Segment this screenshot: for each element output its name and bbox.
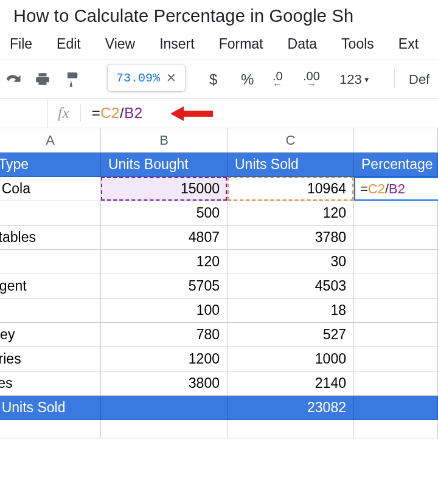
table-row: getables 4807 3780 xyxy=(0,226,438,250)
header-units-bought[interactable]: Units Bought xyxy=(101,153,228,177)
decrease-decimal-button[interactable]: .0 ← xyxy=(273,71,283,89)
table-row: sues 3800 2140 xyxy=(0,371,438,396)
cell[interactable]: 527 xyxy=(228,323,354,347)
cell-c2[interactable]: 10964 xyxy=(228,177,354,201)
paint-format-icon[interactable] xyxy=(63,71,80,88)
cell[interactable] xyxy=(0,420,101,438)
active-cell-editor[interactable]: =C2/B2 xyxy=(354,177,438,201)
col-header-c[interactable]: C xyxy=(228,128,354,152)
print-icon[interactable] xyxy=(34,72,51,88)
cell[interactable] xyxy=(354,226,438,250)
formula-token-ref1: C2 xyxy=(100,105,120,121)
total-units-sold[interactable]: 23082 xyxy=(228,396,354,420)
menu-tools[interactable]: Tools xyxy=(339,35,377,54)
cell[interactable]: 3800 xyxy=(101,371,228,396)
toolbar-separator xyxy=(394,69,395,88)
cell[interactable] xyxy=(354,323,438,347)
formula-preview-value: 73.09% xyxy=(116,71,160,85)
menu-insert[interactable]: Insert xyxy=(157,35,197,54)
table-row: iskey 780 527 xyxy=(0,323,438,347)
formula-token-eq: = xyxy=(92,105,101,121)
font-dropdown[interactable]: Def xyxy=(409,72,429,88)
cell-b2[interactable]: 15000 xyxy=(101,177,228,201)
header-units-sold[interactable]: Units Sold xyxy=(228,153,354,177)
more-formats-button[interactable]: 123 ▼ xyxy=(339,72,370,88)
menu-view[interactable]: View xyxy=(103,35,137,54)
toolbar: 73.09% ✕ $ % .0 ← .00 → 123 ▼ Def xyxy=(0,60,438,98)
menu-edit[interactable]: Edit xyxy=(54,35,83,54)
cell[interactable]: getables xyxy=(0,226,101,250)
menu-format[interactable]: Format xyxy=(217,35,266,54)
cell[interactable]: 780 xyxy=(101,323,228,347)
cell[interactable]: ts xyxy=(0,299,101,323)
cell[interactable]: sues xyxy=(0,371,101,396)
formula-token-ref2: B2 xyxy=(124,105,142,121)
cell[interactable]: 2140 xyxy=(228,371,354,396)
cell[interactable]: 100 xyxy=(101,299,228,323)
table-row xyxy=(0,420,438,444)
total-label[interactable]: tal Units Sold xyxy=(0,396,101,420)
menu-file[interactable]: File xyxy=(7,35,35,54)
cell[interactable]: 120 xyxy=(228,201,354,226)
formula-token-ref2: B2 xyxy=(389,181,405,197)
cell[interactable]: 3780 xyxy=(228,226,354,250)
cell[interactable]: gs xyxy=(0,250,101,274)
arrow-right-icon: → xyxy=(307,81,316,89)
cell[interactable] xyxy=(354,420,438,438)
menu-ext[interactable]: Ext xyxy=(396,35,421,54)
cell[interactable] xyxy=(354,274,438,299)
cell[interactable] xyxy=(354,299,438,323)
close-icon[interactable]: ✕ xyxy=(166,71,176,85)
cell[interactable]: 500 xyxy=(101,201,228,226)
total-row: tal Units Sold 23082 xyxy=(0,396,438,420)
menu-data[interactable]: Data xyxy=(285,35,320,54)
cell-d2-active[interactable]: =C2/B2 xyxy=(354,177,438,201)
col-header-a[interactable]: A xyxy=(0,128,101,152)
increase-decimal-button[interactable]: .00 → xyxy=(303,71,320,89)
table-row: gs 500 120 xyxy=(0,201,438,226)
cell[interactable]: 5705 xyxy=(101,274,228,299)
menubar: File Edit View Insert Format Data Tools … xyxy=(0,30,438,60)
table-row: tergent 5705 4503 xyxy=(0,274,438,299)
cell[interactable]: 18 xyxy=(228,299,354,323)
annotation-arrow-icon xyxy=(170,104,213,126)
percent-format-button[interactable]: % xyxy=(241,71,254,88)
page-title: How to Calculate Percentage in Google Sh xyxy=(0,0,438,30)
cell[interactable] xyxy=(228,420,354,438)
cell[interactable]: ca Cola xyxy=(0,177,101,201)
spreadsheet-grid[interactable]: A B C m Type Units Bought Units Sold Per… xyxy=(0,128,438,444)
header-percentage[interactable]: Percentage xyxy=(354,153,438,177)
col-header-b[interactable]: B xyxy=(101,128,228,152)
cell[interactable]: tergent xyxy=(0,274,101,299)
cell[interactable]: 120 xyxy=(101,250,228,274)
more-formats-label: 123 xyxy=(339,72,362,88)
cell[interactable]: iskey xyxy=(0,323,101,347)
cell[interactable] xyxy=(354,201,438,226)
header-item-type[interactable]: m Type xyxy=(0,153,101,177)
formula-input[interactable]: =C2/B2 xyxy=(92,105,143,122)
svg-marker-0 xyxy=(170,106,213,121)
col-header-d[interactable] xyxy=(354,128,438,152)
separator xyxy=(80,105,81,122)
table-row: ca Cola 15000 10964 =C2/B2 xyxy=(0,177,438,201)
cell[interactable] xyxy=(354,371,438,396)
cell[interactable] xyxy=(354,250,438,274)
cell[interactable]: gs xyxy=(0,201,101,226)
redo-icon[interactable] xyxy=(4,72,22,87)
total-b[interactable] xyxy=(101,396,228,420)
caret-down-icon: ▼ xyxy=(363,75,370,84)
cell[interactable] xyxy=(101,420,228,438)
fx-label: fx xyxy=(58,104,69,122)
formula-preview-bubble: 73.09% ✕ xyxy=(107,64,186,92)
cell[interactable]: 4807 xyxy=(101,226,228,250)
cell[interactable] xyxy=(354,396,438,420)
cell[interactable]: 30 xyxy=(228,250,354,274)
column-headers: A B C xyxy=(0,128,438,153)
cell[interactable]: tteries xyxy=(0,347,101,371)
separator xyxy=(47,98,48,128)
cell[interactable]: 4503 xyxy=(228,274,354,299)
cell[interactable]: 1200 xyxy=(101,347,228,371)
currency-format-button[interactable]: $ xyxy=(209,71,217,88)
cell[interactable] xyxy=(354,347,438,371)
cell[interactable]: 1000 xyxy=(228,347,354,371)
